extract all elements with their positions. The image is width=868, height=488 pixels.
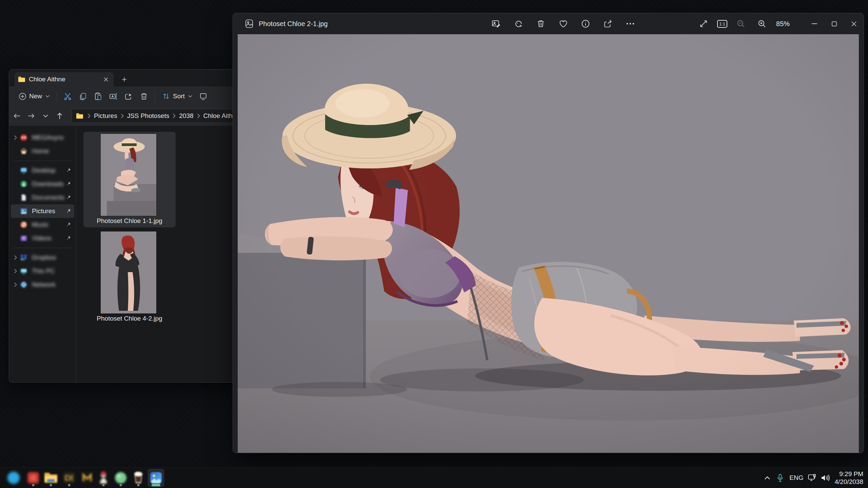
chevron-right-icon[interactable]: [11, 269, 20, 273]
chevron-right-icon[interactable]: [11, 282, 20, 287]
pin-icon: [65, 235, 71, 241]
edit-image-button[interactable]: [489, 16, 504, 31]
new-button[interactable]: New: [15, 90, 53, 103]
tray-date: 4/20/2038: [834, 478, 863, 486]
pin-icon: [65, 167, 71, 173]
sort-button[interactable]: Sort: [159, 89, 196, 103]
taskbar-app-m[interactable]: [79, 469, 95, 487]
clock[interactable]: 9:29 PM 4/20/2038: [832, 470, 868, 486]
taskbar-app-beer[interactable]: [130, 469, 146, 487]
file-name: Photoset Chloe 4-2.jpg: [83, 315, 176, 322]
taskbar-app-file-explorer[interactable]: [43, 469, 59, 487]
navigation-pane: MEGAsync Home Desktop Download: [9, 126, 76, 382]
share-button[interactable]: [600, 16, 615, 31]
chevron-right-icon: [197, 114, 200, 118]
chevron-right-icon[interactable]: [11, 255, 20, 260]
tab-close-icon[interactable]: [101, 75, 110, 84]
tray-time: 9:29 PM: [834, 470, 863, 478]
sidebar-item-home[interactable]: Home: [11, 144, 74, 158]
tab-title: Chloe Aithne: [29, 76, 101, 83]
this-pc-icon: [20, 267, 28, 275]
documents-icon: [20, 194, 28, 202]
divider: [13, 161, 72, 161]
chevron-right-icon: [87, 114, 91, 118]
explorer-tab[interactable]: Chloe Aithne: [15, 72, 114, 86]
videos-icon: [20, 234, 28, 242]
breadcrumb-item[interactable]: 2038: [178, 112, 195, 120]
tray-chevron-up-icon[interactable]: [761, 471, 774, 485]
photos-app-window: Photoset Chloe 2-1.jpg: [233, 13, 864, 453]
file-thumbnail: [101, 231, 156, 313]
new-tab-button[interactable]: [118, 74, 130, 84]
taskbar-app-mega[interactable]: [25, 469, 41, 487]
sidebar-item-this-pc[interactable]: This PC: [11, 264, 74, 278]
zoom-in-button[interactable]: [754, 16, 769, 31]
taskbar-app-photos[interactable]: [148, 469, 164, 487]
microphone-icon[interactable]: [774, 471, 787, 485]
photos-app-icon: [244, 19, 254, 28]
back-button[interactable]: [11, 109, 23, 122]
divider: [56, 91, 57, 102]
breadcrumb-item[interactable]: JSS Photosets: [126, 112, 171, 120]
file-item-photoset-chloe-1-1[interactable]: Photoset Chloe 1-1.jpg: [83, 132, 176, 227]
taskbar-app-daz-studio[interactable]: [61, 469, 77, 487]
rename-button[interactable]: [106, 89, 121, 103]
speaker-icon[interactable]: [819, 471, 832, 485]
start-button[interactable]: [5, 469, 22, 487]
sidebar-item-desktop[interactable]: Desktop: [11, 164, 74, 177]
info-button[interactable]: [578, 16, 593, 31]
photo-render: [238, 34, 859, 453]
share-button[interactable]: [121, 89, 136, 103]
sidebar-item-videos[interactable]: Videos: [11, 231, 74, 245]
divider: [13, 248, 72, 248]
chevron-right-icon[interactable]: [11, 135, 20, 140]
close-button[interactable]: [844, 13, 864, 34]
desktop-icon: [20, 166, 28, 175]
zoom-out-button[interactable]: [733, 16, 748, 31]
language-indicator[interactable]: ENG: [787, 474, 806, 482]
sidebar-item-dropbox[interactable]: Dropbox: [11, 251, 74, 264]
sidebar-item-music[interactable]: Music: [11, 218, 74, 231]
copy-button[interactable]: [75, 89, 91, 103]
file-item-photoset-chloe-4-2[interactable]: Photoset Chloe 4-2.jpg: [83, 229, 176, 325]
cut-button[interactable]: [60, 89, 75, 103]
dropbox-icon: [20, 253, 28, 262]
sidebar-item-documents[interactable]: Documents: [11, 191, 74, 204]
downloads-icon: [20, 180, 28, 188]
taskbar: ENG 9:29 PM 4/20/2038: [0, 467, 868, 488]
delete-button[interactable]: [136, 89, 152, 103]
sidebar-item-network[interactable]: Network: [11, 278, 74, 291]
sidebar-item-downloads[interactable]: Downloads: [11, 177, 74, 191]
rotate-button[interactable]: [511, 16, 526, 31]
fullscreen-button[interactable]: [696, 16, 711, 31]
zoom-level: 85%: [776, 20, 790, 28]
photo-viewer[interactable]: [238, 34, 859, 453]
chevron-right-icon: [173, 114, 176, 118]
pin-icon: [65, 181, 71, 186]
up-button[interactable]: [53, 109, 66, 122]
forward-button[interactable]: [25, 109, 38, 122]
maximize-button[interactable]: [824, 13, 844, 34]
chevron-right-icon: [121, 114, 124, 118]
sidebar-item-megasync[interactable]: MEGAsync: [11, 131, 74, 144]
network-icon[interactable]: [806, 471, 819, 485]
favorite-button[interactable]: [556, 16, 571, 31]
network-icon: [20, 281, 28, 289]
divider: [155, 91, 155, 102]
paste-button[interactable]: [91, 89, 106, 103]
recent-locations-button[interactable]: [39, 109, 52, 122]
taskbar-app-character[interactable]: [95, 469, 112, 487]
pin-icon: [65, 222, 71, 227]
breadcrumb-item[interactable]: Pictures: [93, 112, 119, 120]
breadcrumb-folder-icon: [76, 113, 83, 119]
more-button[interactable]: [623, 16, 638, 31]
view-button[interactable]: [196, 89, 211, 103]
photos-file-title: Photoset Chloe 2-1.jpg: [259, 20, 328, 28]
sidebar-item-pictures[interactable]: Pictures: [11, 204, 74, 218]
taskbar-app-green[interactable]: [113, 469, 129, 487]
photos-title-bar[interactable]: Photoset Chloe 2-1.jpg: [233, 13, 864, 34]
minimize-button[interactable]: [805, 13, 824, 34]
delete-button[interactable]: [533, 16, 548, 31]
actual-size-button[interactable]: 1:1: [717, 20, 727, 28]
home-icon: [20, 147, 28, 155]
